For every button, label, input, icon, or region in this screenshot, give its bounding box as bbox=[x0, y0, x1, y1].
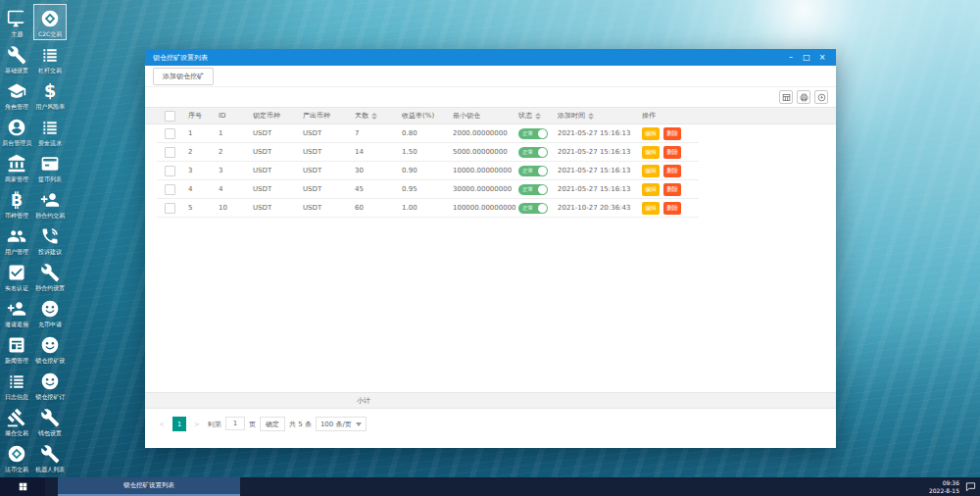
export-button[interactable] bbox=[814, 90, 828, 104]
add-lockup-button[interactable]: 添加锁仓挖矿 bbox=[153, 68, 214, 85]
desktop-icon[interactable]: 充币申请 bbox=[33, 294, 67, 330]
cell-lock-coin: USDT bbox=[247, 162, 297, 179]
toggle-knob bbox=[538, 185, 547, 194]
row-checkbox[interactable] bbox=[165, 147, 175, 158]
desktop-icon[interactable]: 商家管理 bbox=[0, 149, 33, 185]
column-header-label: 添加时间 bbox=[558, 111, 585, 121]
desktop-icon[interactable]: 用户管理 bbox=[0, 222, 33, 258]
status-toggle[interactable]: 正常 bbox=[518, 147, 548, 158]
desktop-icon[interactable]: 币种管理 bbox=[0, 185, 33, 222]
delete-button[interactable]: 删除 bbox=[663, 165, 681, 177]
desktop-icon[interactable]: 基础设置 bbox=[0, 40, 33, 76]
wrench-icon bbox=[40, 444, 60, 464]
desktop-icon-label: 用户管理 bbox=[5, 248, 28, 256]
window-titlebar: 锁仓挖矿设置列表 – □ × bbox=[145, 49, 836, 66]
row-checkbox[interactable] bbox=[165, 166, 175, 176]
desktop-icon-label: 日志信息 bbox=[5, 393, 28, 401]
desktop-icon[interactable]: 主题 bbox=[0, 4, 33, 40]
maximize-button[interactable]: □ bbox=[799, 49, 814, 66]
toggle-knob bbox=[538, 148, 547, 157]
wrench-icon bbox=[7, 45, 26, 65]
table-summary-row: 小计 bbox=[145, 392, 836, 409]
start-button[interactable] bbox=[0, 477, 45, 496]
chat-bubble-icon[interactable] bbox=[965, 481, 976, 492]
row-checkbox[interactable] bbox=[165, 128, 175, 139]
sort-icon[interactable] bbox=[371, 113, 377, 120]
delete-button[interactable]: 删除 bbox=[663, 127, 681, 140]
status-toggle[interactable]: 正常 bbox=[518, 166, 548, 176]
minimize-button[interactable]: – bbox=[783, 49, 799, 66]
desktop-icon[interactable]: 实名认证 bbox=[0, 258, 33, 294]
taskbar-item[interactable]: 锁仓挖矿设置列表 bbox=[58, 477, 240, 496]
row-checkbox[interactable] bbox=[165, 203, 175, 214]
pagination: < 1 > 到第 1 页 确定 共 5 条 100 条/页 bbox=[145, 409, 836, 448]
delete-button[interactable]: 删除 bbox=[663, 202, 681, 215]
desktop-icon[interactable]: 锁仓挖矿订 bbox=[33, 367, 67, 403]
desktop-icon[interactable]: 邀请返佣 bbox=[0, 294, 33, 330]
desktop-icon[interactable]: 秒合约交易 bbox=[33, 185, 67, 222]
next-page-button[interactable]: > bbox=[190, 417, 204, 431]
desktop-icon[interactable]: 提币列表 bbox=[33, 149, 67, 185]
edit-button[interactable]: 编辑 bbox=[642, 127, 660, 140]
status-label: 正常 bbox=[522, 148, 533, 157]
user-circle-icon bbox=[7, 118, 26, 137]
edit-button[interactable]: 编辑 bbox=[642, 165, 660, 177]
delete-button[interactable]: 删除 bbox=[663, 183, 681, 196]
taskbar-clock: 09:36 2022-8-15 bbox=[929, 479, 959, 494]
desktop-icon[interactable]: 机器人列表 bbox=[33, 439, 67, 475]
row-checkbox[interactable] bbox=[165, 184, 175, 195]
check-square-icon bbox=[7, 263, 26, 282]
desktop-icon[interactable]: 用户风险率 bbox=[33, 76, 67, 113]
desktop-icon[interactable]: 后台管理员 bbox=[0, 113, 33, 149]
status-label: 正常 bbox=[522, 204, 533, 213]
desktop-icon[interactable]: 杠杆交易 bbox=[33, 40, 67, 76]
edit-button[interactable]: 编辑 bbox=[642, 202, 660, 215]
table-toolbar bbox=[145, 87, 836, 107]
desktop-icon[interactable]: 锁仓挖矿设 bbox=[33, 330, 67, 367]
close-button[interactable]: × bbox=[814, 49, 830, 66]
column-header-label: ID bbox=[219, 112, 225, 120]
desktop-icon[interactable]: 投诉建议 bbox=[33, 222, 67, 258]
current-page-button[interactable]: 1 bbox=[172, 417, 186, 431]
table-row: 1 1 USDT USDT 7 0.80 2000.00000000 正常 20… bbox=[157, 124, 699, 143]
desktop-icon[interactable]: 日志信息 bbox=[0, 367, 33, 403]
desktop-icon[interactable]: 法币交易 bbox=[0, 439, 33, 475]
gem-icon bbox=[7, 444, 26, 464]
total-count: 共 5 条 bbox=[289, 417, 312, 431]
desktop-icon[interactable]: 钱包设置 bbox=[33, 403, 67, 439]
sort-icon[interactable] bbox=[588, 113, 594, 120]
select-all-checkbox[interactable] bbox=[165, 111, 175, 122]
edit-button[interactable]: 编辑 bbox=[642, 183, 660, 196]
desktop-icon[interactable]: 秒合约设置 bbox=[33, 258, 67, 294]
cell-min-lock: 10000.00000000 bbox=[447, 162, 516, 179]
cell-id: 1 bbox=[213, 124, 247, 142]
goto-confirm-button[interactable]: 确定 bbox=[260, 417, 285, 431]
summary-label: 小计 bbox=[357, 397, 370, 405]
status-toggle[interactable]: 正常 bbox=[518, 128, 548, 139]
desktop-icon-label: 基础设置 bbox=[5, 67, 28, 74]
desktop-icon[interactable]: 新闻管理 bbox=[0, 330, 33, 367]
prev-page-button[interactable]: < bbox=[155, 417, 169, 431]
coin-face-icon bbox=[40, 299, 60, 319]
desktop-icon-label: 币种管理 bbox=[5, 212, 28, 220]
print-button[interactable] bbox=[797, 90, 810, 104]
status-toggle[interactable]: 正常 bbox=[518, 184, 548, 195]
delete-button[interactable]: 删除 bbox=[663, 146, 681, 159]
gavel-icon bbox=[7, 408, 26, 427]
status-toggle[interactable]: 正常 bbox=[518, 203, 548, 214]
goto-page-input[interactable]: 1 bbox=[225, 417, 245, 430]
filter-columns-button[interactable] bbox=[779, 90, 793, 104]
edit-button[interactable]: 编辑 bbox=[642, 146, 660, 159]
chevron-down-icon bbox=[356, 422, 362, 426]
desktop-icon-label: 新闻管理 bbox=[5, 357, 28, 365]
column-header: 天数 bbox=[349, 108, 396, 124]
page-size-select[interactable]: 100 条/页 bbox=[316, 417, 367, 431]
desktop-icon[interactable]: 撮合交易 bbox=[0, 403, 33, 439]
desktop-icon[interactable]: 资金流水 bbox=[33, 113, 67, 149]
table-row: 5 10 USDT USDT 60 1.00 100000.00000000 正… bbox=[157, 199, 699, 218]
cell-rate: 0.90 bbox=[396, 162, 447, 179]
desktop-icon-label: 提币列表 bbox=[38, 175, 62, 183]
desktop-icon[interactable]: C2C交易 bbox=[33, 4, 67, 40]
sort-icon[interactable] bbox=[535, 113, 541, 120]
desktop-icon[interactable]: 角色管理 bbox=[0, 76, 33, 113]
